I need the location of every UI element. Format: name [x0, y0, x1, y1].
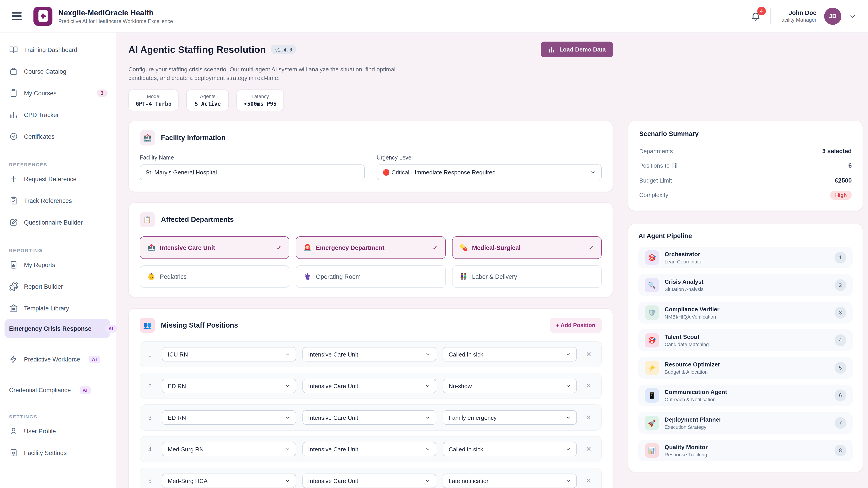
position-row: 3ED RNIntensive Care UnitFamily emergenc…	[140, 404, 602, 431]
add-position-button[interactable]: + Add Position	[550, 318, 602, 333]
agent-item-quality-monitor: 📊Quality MonitorResponse Tracking8	[638, 440, 852, 461]
reason-select[interactable]: Called in sick	[443, 347, 577, 361]
load-demo-data-button[interactable]: Load Demo Data	[541, 41, 613, 57]
remove-row-button[interactable]: ✕	[584, 350, 593, 358]
agent-subtitle: Situation Analysis	[664, 287, 704, 292]
clipboard-icon	[9, 89, 18, 98]
department-name: Intensive Care Unit	[160, 244, 215, 251]
sidebar-item-label: Questionnaire Builder	[24, 219, 83, 226]
department-tile-intensive-care-unit[interactable]: 🏥Intensive Care Unit✓	[140, 236, 289, 259]
facility-name-input[interactable]	[140, 164, 365, 180]
zap-icon	[9, 355, 18, 364]
sidebar-item-training-dashboard[interactable]: Training Dashboard	[4, 39, 111, 61]
agent-item-communication-agent: 📱Communication AgentOutreach & Notificat…	[638, 385, 852, 406]
sidebar-item-user-profile[interactable]: User Profile	[4, 420, 111, 442]
department-tile-emergency-department[interactable]: 🚨Emergency Department✓	[296, 236, 446, 259]
stat-chip-agents: Agents5 Active	[186, 90, 229, 111]
urgency-level-select[interactable]: 🔴 Critical - Immediate Response Required	[377, 164, 602, 180]
role-select[interactable]: ICU RN	[162, 347, 296, 361]
sidebar-item-template-library[interactable]: Template Library	[4, 297, 111, 319]
remove-row-button[interactable]: ✕	[584, 414, 593, 422]
summary-row-positions-to-fill: Positions to Fill6	[639, 158, 852, 173]
check-icon: ✓	[433, 244, 438, 251]
check-icon: ✓	[589, 244, 594, 251]
chevron-down-icon	[285, 478, 290, 484]
page-title: AI Agentic Staffing Resolution	[128, 44, 266, 55]
role-select[interactable]: Med-Surg HCA	[162, 474, 296, 488]
department-name: Operating Room	[316, 273, 361, 280]
chevron-down-icon[interactable]	[849, 12, 856, 20]
user-name: John Doe	[778, 9, 816, 16]
department-tile-pediatrics[interactable]: 👶Pediatrics✓	[140, 265, 289, 288]
sidebar-item-course-catalog[interactable]: Course Catalog	[4, 61, 111, 82]
role-select[interactable]: ED RN	[162, 410, 296, 425]
avatar[interactable]: JD	[824, 7, 841, 25]
department-select[interactable]: Intensive Care Unit	[302, 474, 436, 488]
sidebar-item-emergency-crisis-response[interactable]: Emergency Crisis ResponseAI	[4, 319, 110, 338]
reason-select[interactable]: Called in sick	[443, 442, 577, 456]
notifications-button[interactable]: 4	[749, 9, 763, 23]
summary-row-complexity: ComplexityHigh	[639, 188, 852, 202]
row-number: 5	[148, 477, 156, 484]
sidebar-item-certificates[interactable]: Certificates	[4, 126, 111, 147]
sidebar-item-credential-compliance[interactable]: Credential ComplianceAI	[4, 381, 111, 399]
reason-select[interactable]: No-show	[443, 379, 577, 393]
stat-value: 5 Active	[194, 101, 222, 107]
departments-card-title: Affected Departments	[161, 216, 234, 224]
sidebar-item-label: Training Dashboard	[24, 46, 77, 53]
clipboard-check-icon	[9, 196, 18, 205]
chevron-down-icon	[285, 352, 290, 357]
sidebar-item-questionnaire-builder[interactable]: Questionnaire Builder	[4, 212, 111, 233]
sidebar-item-predictive-workforce[interactable]: Predictive WorkforceAI	[4, 350, 111, 369]
remove-row-button[interactable]: ✕	[584, 382, 593, 390]
reason-select[interactable]: Late notification	[443, 474, 577, 488]
sidebar-item-my-reports[interactable]: My Reports	[4, 254, 111, 275]
agent-name: Deployment Planner	[664, 416, 721, 423]
stat-label: Latency	[244, 94, 277, 99]
department-name: Pediatrics	[160, 273, 187, 280]
department-select[interactable]: Intensive Care Unit	[302, 347, 436, 361]
user-role: Facility Manager	[778, 17, 816, 23]
hospital-icon: 🏥	[140, 130, 155, 145]
sidebar-item-cpd-tracker[interactable]: CPD Tracker	[4, 104, 111, 126]
remove-row-button[interactable]: ✕	[584, 445, 593, 453]
role-select[interactable]: ED RN	[162, 379, 296, 393]
sidebar-item-report-builder[interactable]: Report Builder	[4, 275, 111, 297]
bar-chart-icon	[548, 46, 555, 53]
department-emoji-icon: ⚕️	[304, 273, 311, 280]
sidebar: Training DashboardCourse CatalogMy Cours…	[0, 33, 116, 488]
department-tile-labor-delivery[interactable]: 👫Labor & Delivery✓	[452, 265, 602, 288]
ai-badge: AI	[105, 325, 117, 332]
menu-icon[interactable]	[12, 12, 23, 20]
clipboard-icon: 📋	[140, 212, 155, 227]
department-tile-medical-surgical[interactable]: 💊Medical-Surgical✓	[452, 236, 602, 259]
department-emoji-icon: 🚨	[304, 244, 311, 251]
department-select[interactable]: Intensive Care Unit	[302, 379, 436, 393]
facility-information-card: 🏥 Facility Information Facility Name Urg…	[128, 121, 613, 192]
remove-row-button[interactable]: ✕	[584, 477, 593, 485]
department-select[interactable]: Intensive Care Unit	[302, 442, 436, 456]
sidebar-item-label: CPD Tracker	[24, 111, 59, 118]
reason-select[interactable]: Family emergency	[443, 410, 577, 425]
chevron-down-icon	[590, 169, 596, 175]
agent-step-badge: 3	[835, 307, 846, 319]
building-icon	[9, 448, 18, 457]
sidebar-item-my-courses[interactable]: My Courses3	[4, 82, 111, 104]
app-root: Nexgile-MediOracle Health Predictive AI …	[0, 0, 868, 488]
agent-emoji-icon: 🔍	[645, 278, 659, 292]
app-title: Nexgile-MediOracle Health	[58, 8, 173, 17]
sidebar-item-track-references[interactable]: Track References	[4, 190, 111, 212]
file-chart-icon	[9, 260, 18, 269]
role-select[interactable]: Med-Surg RN	[162, 442, 296, 456]
department-tile-operating-room[interactable]: ⚕️Operating Room✓	[296, 265, 446, 288]
sidebar-item-request-reference[interactable]: Request Reference	[4, 168, 111, 190]
stat-label: Agents	[194, 94, 222, 99]
sidebar-item-facility-settings[interactable]: Facility Settings	[4, 442, 111, 464]
ai-badge: AI	[89, 355, 100, 363]
bar-chart-icon	[9, 110, 18, 119]
department-select[interactable]: Intensive Care Unit	[302, 410, 436, 425]
facility-card-title: Facility Information	[161, 134, 225, 142]
chevron-down-icon	[565, 447, 571, 452]
department-emoji-icon: 🏥	[147, 244, 155, 251]
chevron-down-icon	[425, 478, 431, 484]
